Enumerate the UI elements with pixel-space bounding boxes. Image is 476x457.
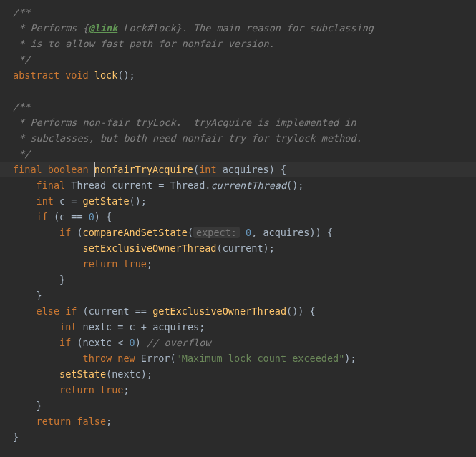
code-line: setState(nextc); [0, 366, 476, 382]
javadoc-close: */ [13, 148, 30, 159]
code-line: else if (current == getExclusiveOwnerThr… [0, 303, 476, 319]
code-line: */ [0, 51, 476, 67]
code-line: /** [0, 4, 476, 20]
code-line: * Performs {@link Lock#lock}. The main r… [0, 20, 476, 36]
code-line: setExclusiveOwnerThread(current); [0, 240, 476, 256]
code-line: } [0, 288, 476, 303]
code-line: int c = getState(); [0, 193, 476, 209]
code-line: return true; [0, 382, 476, 398]
code-line: return false; [0, 413, 476, 429]
javadoc-close: */ [13, 54, 30, 65]
blank-line [0, 83, 476, 99]
code-line: } [0, 272, 476, 288]
code-line: if (c == 0) { [0, 209, 476, 225]
text-cursor[interactable]: nonfairTryAcquire [94, 162, 193, 177]
code-line: final Thread current = Thread.currentThr… [0, 177, 476, 193]
code-line: int nextc = c + acquires; [0, 319, 476, 335]
code-line: * is to allow fast path for nonfair vers… [0, 36, 476, 51]
param-hint: expect: [193, 227, 240, 238]
current-line: final boolean nonfairTryAcquire(int acqu… [0, 162, 476, 177]
method-nonfairtryacquire: nonfairTryAcquire [94, 164, 193, 175]
code-line: if (nextc < 0) // overflow [0, 335, 476, 350]
code-line: /** [0, 99, 476, 114]
javadoc-open: /** [13, 101, 30, 112]
code-line: * Performs non-fair tryLock. tryAcquire … [0, 114, 476, 130]
code-line: } [0, 398, 476, 413]
javadoc-link-tag: @link [89, 22, 118, 34]
javadoc-open: /** [13, 6, 30, 18]
code-line: */ [0, 146, 476, 162]
code-line: if (compareAndSetState(expect: 0, acquir… [0, 225, 476, 240]
code-line: return true; [0, 256, 476, 272]
code-editor[interactable]: /** * Performs {@link Lock#lock}. The ma… [0, 4, 476, 445]
method-lock: lock [94, 69, 118, 81]
code-line: * subclasses, but both need nonfair try … [0, 130, 476, 146]
code-line: } [0, 429, 476, 445]
code-line: abstract void lock(); [0, 67, 476, 83]
code-line: throw new Error("Maximum lock count exce… [0, 350, 476, 366]
